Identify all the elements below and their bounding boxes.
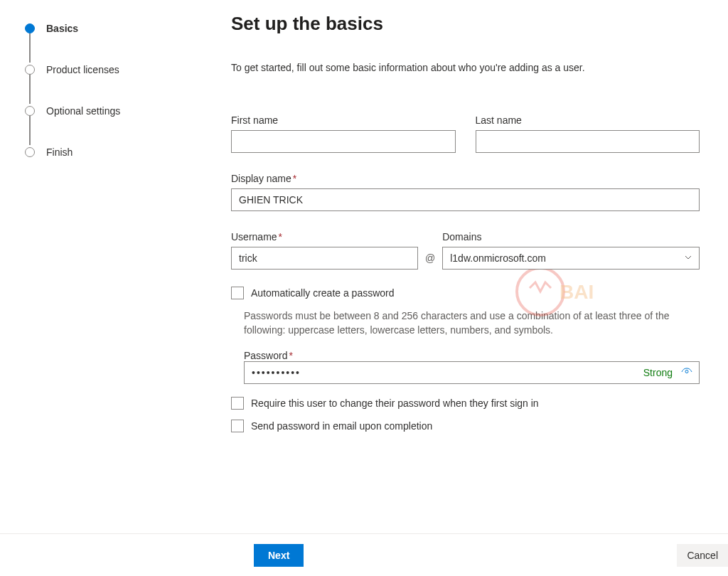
svg-point-2	[685, 370, 688, 373]
step-label: Optional settings	[46, 105, 120, 117]
username-input[interactable]	[231, 247, 418, 270]
next-button[interactable]: Next	[254, 544, 304, 567]
page-title: Set up the basics	[231, 13, 700, 35]
step-indicator-icon	[25, 23, 35, 33]
required-marker: *	[293, 173, 296, 184]
password-label: Password*	[244, 350, 293, 361]
at-separator: @	[418, 247, 442, 270]
send-email-label[interactable]: Send password in email upon completion	[251, 420, 432, 432]
password-hint: Passwords must be between 8 and 256 char…	[244, 309, 700, 337]
first-name-input[interactable]	[231, 130, 456, 153]
step-optional-settings[interactable]: Optional settings	[25, 105, 181, 146]
password-input[interactable]	[244, 361, 700, 384]
require-change-checkbox[interactable]	[231, 397, 244, 410]
username-field-group: Username*	[231, 231, 418, 270]
last-name-input[interactable]	[476, 130, 700, 153]
step-label: Finish	[46, 146, 73, 158]
required-marker: *	[289, 350, 292, 361]
footer-bar: Next Cancel	[0, 533, 728, 576]
require-change-checkbox-row: Require this user to change their passwo…	[231, 397, 700, 410]
domains-field-group: Domains	[442, 231, 700, 270]
password-field-group: Password* Strong	[244, 350, 700, 384]
display-name-field-group: Display name*	[231, 173, 700, 211]
cancel-button[interactable]: Cancel	[677, 544, 728, 567]
main-content: BAI Set up the basics To get started, fi…	[196, 0, 728, 576]
step-label: Basics	[46, 23, 78, 34]
require-change-label[interactable]: Require this user to change their passwo…	[251, 398, 539, 409]
step-list: Basics Product licenses Optional setting…	[25, 23, 181, 158]
last-name-field-group: Last name	[476, 114, 700, 153]
first-name-field-group: First name	[231, 114, 456, 153]
domains-label: Domains	[442, 231, 700, 242]
auto-password-checkbox[interactable]	[231, 287, 244, 299]
send-email-checkbox-row: Send password in email upon completion	[231, 420, 700, 432]
display-name-label: Display name*	[231, 173, 700, 184]
username-label: Username*	[231, 231, 418, 242]
step-connector	[29, 74, 31, 104]
step-indicator-icon	[25, 147, 35, 157]
eye-icon[interactable]	[681, 366, 692, 380]
step-label: Product licenses	[46, 64, 119, 75]
step-connector	[29, 115, 31, 145]
send-email-checkbox[interactable]	[231, 420, 244, 432]
password-strength-label: Strong	[643, 367, 673, 378]
step-indicator-icon	[25, 65, 35, 75]
step-indicator-icon	[25, 106, 35, 116]
step-finish[interactable]: Finish	[25, 146, 181, 158]
last-name-label: Last name	[476, 114, 700, 126]
auto-password-label[interactable]: Automatically create a password	[251, 287, 395, 299]
domains-select[interactable]	[442, 247, 700, 270]
step-product-licenses[interactable]: Product licenses	[25, 64, 181, 105]
first-name-label: First name	[231, 114, 456, 126]
page-description: To get started, fill out some basic info…	[231, 62, 700, 73]
step-basics[interactable]: Basics	[25, 23, 181, 64]
step-connector	[29, 33, 31, 63]
auto-password-checkbox-row: Automatically create a password	[231, 287, 700, 299]
wizard-sidebar: Basics Product licenses Optional setting…	[0, 0, 196, 576]
display-name-input[interactable]	[231, 188, 700, 211]
required-marker: *	[279, 231, 282, 242]
